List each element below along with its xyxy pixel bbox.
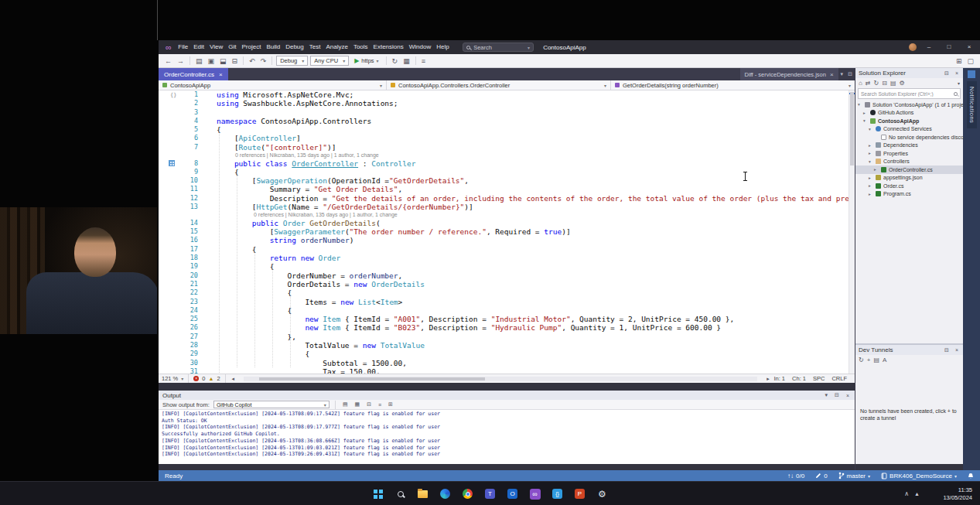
codelens-annotation[interactable]: 0 references | Nikcraban, 135 days ago |… [203,211,398,219]
taskbar-icon-explorer[interactable] [415,486,431,502]
taskbar-icon-edge[interactable] [438,486,453,502]
taskbar-icon-settings[interactable]: ⚙ [595,486,610,502]
menu-window[interactable]: Window [406,40,433,54]
collapse-all-icon[interactable]: ⊟ [882,80,887,87]
tree-item-github-actions[interactable]: ▸GitHub Actions [855,109,963,118]
menu-tools[interactable]: Tools [350,40,370,54]
line-number[interactable]: 8 [159,159,203,168]
refresh-icon[interactable]: ↻ [859,357,864,363]
scrollbar-thumb[interactable] [259,377,485,380]
clear-all-icon[interactable]: ⊟ [365,401,373,408]
menu-edit[interactable]: Edit [191,40,207,54]
menu-analyze[interactable]: Analyze [323,40,350,54]
sync-commits-button[interactable]: ↑↓ 0/0 [787,473,804,479]
menu-extensions[interactable]: Extensions [370,40,406,54]
word-wrap-icon[interactable]: ≡ [377,402,383,408]
taskbar-icon-chrome[interactable] [460,486,476,502]
network-icon[interactable]: ▲ [914,491,920,496]
line-number[interactable]: 7 [159,143,203,152]
close-tab-icon[interactable]: × [219,71,223,78]
line-number[interactable]: 24 [159,306,203,315]
minimize-button[interactable]: – [921,40,937,54]
expand-arrow-icon[interactable]: ▸ [869,151,873,155]
close-panel-icon[interactable]: × [845,393,851,398]
access-icon[interactable]: A [883,357,886,363]
maximize-button[interactable]: □ [941,40,957,54]
redo-icon[interactable]: ↷ [259,57,268,65]
chevron-down-icon[interactable]: ▾ [958,80,960,86]
feedback-icon[interactable]: ▢ [965,57,975,65]
line-number[interactable]: 5 [159,125,203,134]
navigate-back-icon[interactable]: ← [163,57,173,65]
tree-item-solution-contosoapiapp-1-of-1-pr[interactable]: ▾Solution 'ContosoApiApp' (1 of 1 projec… [855,101,963,109]
line-number[interactable]: 3 [159,108,203,117]
save-all-icon[interactable]: ⊟ [230,57,240,65]
expand-arrow-icon[interactable]: ▸ [869,183,873,188]
save-icon[interactable]: ⬓ [218,57,228,65]
expand-arrow-icon[interactable]: ▸ [869,192,873,196]
tree-item-dependencies[interactable]: ▸Dependencies [855,142,963,150]
taskbar-icon-vscode[interactable]: {} [550,486,565,502]
auto-hide-icon[interactable]: ⊟ [943,347,951,353]
line-number[interactable]: 19 [159,262,203,271]
copilot-badge-icon[interactable] [968,70,975,78]
notifications-tab[interactable]: Notifications [967,81,977,128]
project-dropdown[interactable]: ContosoApiApp ▾ [159,80,387,90]
line-number[interactable]: 13 [159,203,203,211]
tree-item-program-cs[interactable]: ▸Program.cs [855,190,963,199]
zoom-level[interactable]: 121 % [162,375,178,382]
line-number[interactable]: 30 [159,359,203,367]
scroll-right-icon[interactable]: ▸ [765,376,771,382]
solution-search-input[interactable] [861,91,951,97]
line-number[interactable]: 1 [159,90,203,99]
expand-arrow-icon[interactable]: ▾ [863,118,868,123]
line-number[interactable] [159,152,203,159]
taskbar-clock[interactable]: 11:35 13/05/2024 [943,482,972,505]
search-box[interactable]: Search ▾ [463,43,534,52]
undo-icon[interactable]: ↶ [248,57,257,65]
line-number[interactable]: 22 [159,288,203,297]
type-dropdown[interactable]: ContosoApiApp.Controllers.OrderControlle… [387,80,611,90]
expand-arrow-icon[interactable]: ▸ [874,167,879,172]
expand-arrow-icon[interactable]: ▸ [869,143,873,148]
close-panel-icon[interactable]: × [954,347,960,353]
line-number[interactable]: 18 [159,254,203,262]
line-number[interactable]: 21 [159,280,203,288]
line-number[interactable]: 16 [159,236,203,244]
tree-item-properties[interactable]: ▸Properties [855,149,963,158]
auto-hide-icon[interactable]: ⊟ [943,70,951,77]
line-number[interactable]: 10 [159,176,203,185]
line-number[interactable]: 17 [159,245,203,254]
expand-arrow-icon[interactable]: ▾ [869,159,873,164]
show-all-files-icon[interactable]: ▤ [890,80,896,87]
live-share-icon[interactable]: ⊞ [954,57,964,65]
menu-file[interactable]: File [176,40,191,54]
tree-item-contosoapiapp[interactable]: ▾ContosoApiApp [855,117,963,125]
line-number[interactable]: 31 [159,367,203,374]
switch-views-icon[interactable]: ⇄ [866,80,871,87]
expand-arrow-icon[interactable]: ▸ [863,111,868,115]
tab-ordercontroller[interactable]: OrderController.cs × [159,68,228,80]
taskbar-icon-outlook[interactable]: O [505,486,521,502]
refresh-icon[interactable]: ↻ [874,80,879,87]
navigate-forward-icon[interactable]: → [176,57,186,65]
home-icon[interactable]: ⌂ [859,80,862,87]
menu-test[interactable]: Test [306,40,323,54]
repository-button[interactable]: BRK406_DemoSource ▾ [881,473,957,479]
auto-hide-icon[interactable]: ⊟ [833,392,841,398]
output-source-dropdown[interactable]: GitHub Copilot ▾ [213,401,330,408]
expand-arrow-icon[interactable]: ▸ [869,176,873,180]
line-number[interactable]: 4 [159,117,203,125]
scrollbar-thumb[interactable] [850,92,854,165]
line-number[interactable]: 20 [159,271,203,280]
class-margin-glyph-icon[interactable] [169,160,175,166]
line-number[interactable]: 26 [159,323,203,332]
taskbar-icon-ppt[interactable]: P [572,486,588,502]
window-position-icon[interactable]: ▾ [824,392,830,398]
add-tunnel-icon[interactable]: + [867,357,871,363]
tree-item-ordercontroller-cs[interactable]: ▸OrderController.cs [855,165,963,174]
line-number[interactable]: 14 [159,219,203,227]
menu-help[interactable]: Help [434,40,452,54]
member-dropdown[interactable]: GetOrderDetails(string orderNumber) ▾ [611,80,855,90]
properties-icon[interactable]: ⚙ [900,80,905,87]
